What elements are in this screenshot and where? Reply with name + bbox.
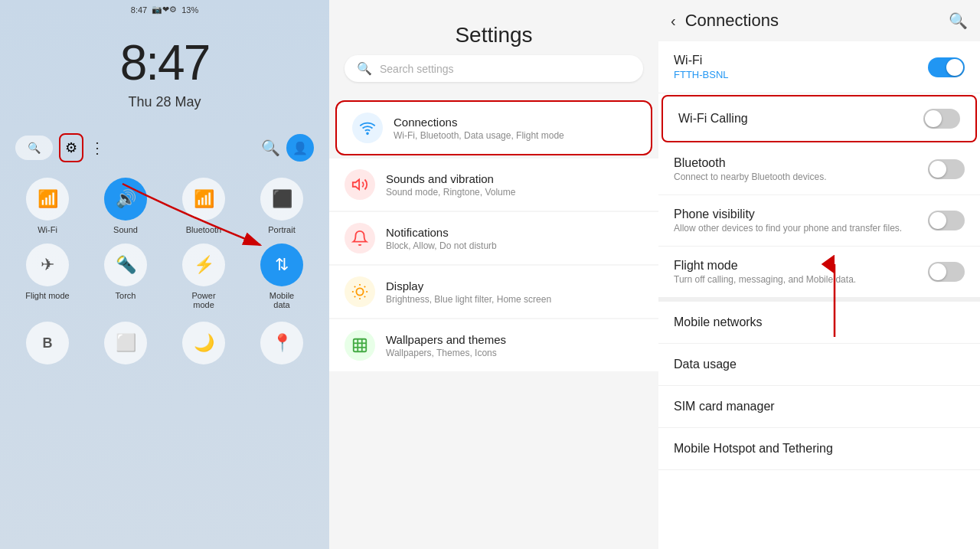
settings-item-notifications[interactable]: Notifications Block, Allow, Do not distu… [329,212,658,264]
connections-title: Connections [394,116,635,129]
tile-power[interactable]: ⚡ Powermode [169,243,238,309]
notifications-subtitle: Block, Allow, Do not disturb [386,240,643,251]
wifi-calling-title: Wi-Fi Calling [678,112,923,126]
tile-flight[interactable]: ✈ Flight mode [13,243,82,309]
wifi-title: Wi-Fi [674,54,928,67]
display-icon [345,276,375,307]
location-icon: 📍 [260,322,303,364]
tile-b[interactable]: B [13,322,82,364]
conn-item-bluetooth[interactable]: Bluetooth Connect to nearby Bluetooth de… [658,144,980,195]
search-icon-right: 🔍 [261,139,280,157]
flight-mode-text: Flight mode Turn off calling, messaging,… [674,259,928,285]
conn-item-data-usage[interactable]: Data usage [658,344,980,386]
tile-bluetooth[interactable]: 📶 Bluetooth [169,178,238,234]
connections-search-button[interactable]: 🔍 [949,11,968,30]
display-text: Display Brightness, Blue light filter, H… [386,279,643,305]
wallpapers-subtitle: Wallpapers, Themes, Icons [386,348,643,358]
conn-item-sim-card[interactable]: SIM card manager [658,386,980,428]
settings-item-wallpapers[interactable]: Wallpapers and themes Wallpapers, Themes… [329,319,658,371]
sounds-subtitle: Sound mode, Ringtone, Volume [386,187,643,198]
portrait-icon: ⬛ [260,178,303,221]
wallpapers-text: Wallpapers and themes Wallpapers, Themes… [386,333,643,358]
tile-sound-label: Sound [113,225,138,234]
gear-button[interactable]: ⚙ [59,133,83,162]
tile-portrait[interactable]: ⬛ Portrait [247,178,316,234]
bluetooth-conn-text: Bluetooth Connect to nearby Bluetooth de… [674,156,928,182]
connections-page-title: Connections [685,11,949,31]
tile-wifi-label: Wi-Fi [38,225,57,234]
notifications-title: Notifications [386,226,643,239]
display-title: Display [386,279,643,292]
phone-visibility-title: Phone visibility [674,208,928,221]
conn-item-wifi-calling[interactable]: Wi-Fi Calling [662,95,977,142]
search-button[interactable]: 🔍 [15,136,53,160]
flight-mode-subtitle: Turn off calling, messaging, and Mobile … [674,274,928,285]
tile-wifi[interactable]: 📶 Wi-Fi [13,178,82,234]
wifi-toggle[interactable] [928,57,965,77]
notifications-text: Notifications Block, Allow, Do not distu… [386,226,643,251]
bluetooth-toggle[interactable] [928,159,965,179]
tile-location[interactable]: 📍 [247,322,316,364]
wifi-text: Wi-Fi FTTH-BSNL [674,54,928,80]
conn-item-phone-visibility[interactable]: Phone visibility Allow other devices to … [658,195,980,247]
settings-title: Settings [345,15,643,55]
svg-line-11 [364,286,365,287]
settings-item-display[interactable]: Display Brightness, Blue light filter, H… [329,266,658,318]
conn-item-hotspot[interactable]: Mobile Hotspot and Tethering [658,428,980,470]
wifi-calling-toggle[interactable] [923,109,960,129]
bluetooth-conn-title: Bluetooth [674,156,928,170]
tile-moon[interactable]: 🌙 [169,322,238,364]
conn-item-flight-mode[interactable]: Flight mode Turn off calling, messaging,… [658,247,980,302]
flight-icon: ✈ [26,243,69,286]
wallpapers-title: Wallpapers and themes [386,333,643,346]
tile-power-label: Powermode [191,291,215,309]
notifications-icon [345,223,375,253]
settings-header: Settings 🔍 Search settings [329,0,658,97]
tile-portrait-label: Portrait [268,225,295,234]
svg-line-10 [354,296,355,297]
conn-item-mobile-networks[interactable]: Mobile networks [658,302,980,344]
phone-visibility-text: Phone visibility Allow other devices to … [674,208,928,234]
lock-screen: 8:47 📷❤⚙ 13% 8:47 Thu 28 May 🔍 ⚙ ⋮ 🔍 👤 📶… [0,0,329,549]
display-subtitle: Brightness, Blue light filter, Home scre… [386,294,643,305]
phone-visibility-subtitle: Allow other devices to find your phone a… [674,223,928,234]
svg-point-3 [356,288,363,295]
svg-rect-12 [354,339,367,352]
svg-marker-2 [353,180,359,190]
tile-torch-label: Torch [116,291,136,300]
conn-item-wifi[interactable]: Wi-Fi FTTH-BSNL [658,41,980,93]
connections-list: Wi-Fi FTTH-BSNL Wi-Fi Calling Bluetooth … [658,41,980,549]
phone-visibility-toggle[interactable] [928,211,965,230]
status-icons-left: 📷❤⚙ [152,5,177,15]
tile-qr[interactable]: ⬜ [91,322,160,364]
wifi-icon: 📶 [26,178,69,221]
tile-mobiledata[interactable]: ⇅ Mobiledata [247,243,316,309]
b-icon: B [26,322,69,364]
wifi-subtitle: FTTH-BSNL [674,69,928,80]
search-placeholder: Search settings [380,63,454,75]
flight-mode-toggle[interactable] [928,262,965,282]
back-button[interactable]: ‹ [671,12,676,30]
sounds-title: Sounds and vibration [386,172,643,185]
mobiledata-icon: ⇅ [260,243,303,286]
tile-flight-label: Flight mode [25,291,69,300]
connections-text: Connections Wi-Fi, Bluetooth, Data usage… [394,116,635,141]
connections-icon [352,113,383,143]
tile-torch[interactable]: 🔦 Torch [91,243,160,309]
tile-sound[interactable]: 🔊 Sound [91,178,160,234]
settings-item-connections[interactable]: Connections Wi-Fi, Bluetooth, Data usage… [335,100,652,155]
settings-search-bar[interactable]: 🔍 Search settings [345,55,643,82]
search-icon-settings: 🔍 [357,61,372,76]
wallpapers-icon [345,330,375,361]
quick-tiles: 📶 Wi-Fi 🔊 Sound 📶 Bluetooth ⬛ Portrait ✈… [0,178,332,309]
status-bar-left: 8:47 📷❤⚙ 13% [0,0,329,19]
settings-item-sounds[interactable]: Sounds and vibration Sound mode, Rington… [329,158,658,211]
wifi-calling-text: Wi-Fi Calling [678,112,923,126]
quick-settings-search: 🔍 ⚙ ⋮ 🔍 👤 [0,133,329,162]
status-battery: 13% [181,5,198,15]
more-button[interactable]: ⋮ [90,139,105,157]
settings-panel: Settings 🔍 Search settings Connections W… [329,0,658,549]
connections-subtitle: Wi-Fi, Bluetooth, Data usage, Flight mod… [394,130,635,141]
lock-date: Thu 28 May [128,94,201,110]
power-icon: ⚡ [182,243,225,286]
